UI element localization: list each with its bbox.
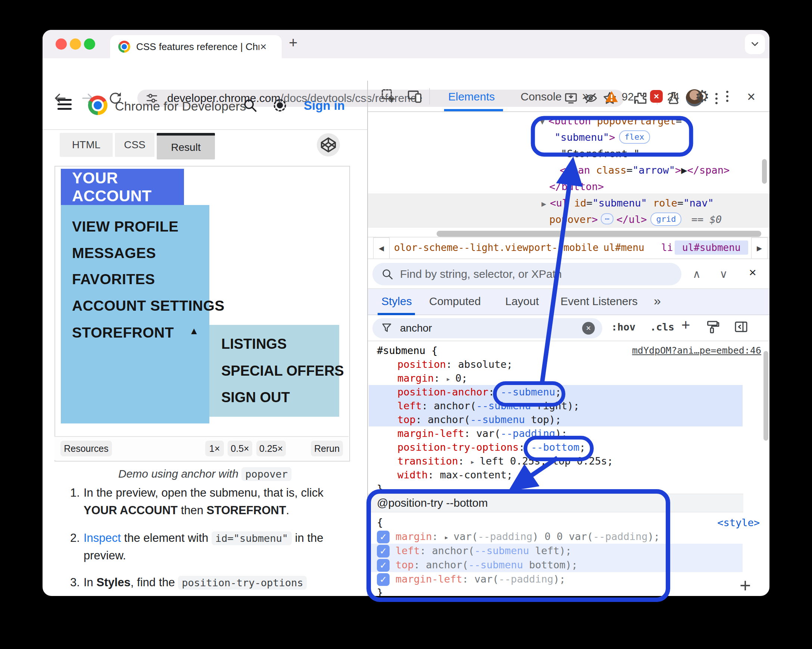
install-page-button[interactable]: [563, 91, 578, 106]
declaration-checkbox[interactable]: ✓: [377, 559, 389, 572]
token[interactable]: --bottom: [531, 441, 580, 453]
elements-tree-row[interactable]: "submenu">flex: [554, 129, 654, 145]
token[interactable]: --submenu: [501, 386, 555, 398]
devtools-close-button[interactable]: ×: [747, 89, 755, 105]
token[interactable]: Inspect: [84, 531, 121, 545]
breadcrumb-li[interactable]: li: [661, 242, 673, 253]
traffic-light-zoom[interactable]: [84, 38, 95, 50]
breadcrumb-scroll-right[interactable]: ▶: [751, 237, 768, 259]
tab-search-button[interactable]: [745, 34, 765, 54]
browser-menu-button[interactable]: [715, 93, 717, 104]
token[interactable]: --submenu: [476, 400, 531, 412]
elements-tree-row[interactable]: popover>⋯</ul>grid == $0: [549, 211, 722, 228]
token[interactable]: --padding: [478, 531, 532, 542]
traffic-light-close[interactable]: [56, 38, 67, 50]
resources-button[interactable]: Resources: [61, 441, 112, 456]
tab-computed[interactable]: Computed: [429, 295, 481, 308]
demo-tab-html[interactable]: HTML: [60, 133, 113, 157]
device-toolbar-button[interactable]: [407, 88, 423, 104]
docs-menu-button[interactable]: [58, 96, 72, 112]
devtools-left-border[interactable]: [367, 81, 368, 596]
demo-item-view-profile[interactable]: VIEW PROFILE: [72, 219, 179, 235]
sidebar-toggle-button[interactable]: [734, 320, 749, 335]
inspect-element-button[interactable]: [381, 88, 397, 104]
token[interactable]: --submenu: [474, 545, 529, 556]
scale-025x-button[interactable]: 0.25×: [256, 441, 286, 456]
css-declaration[interactable]: left: anchor(--submenu right);: [397, 399, 580, 413]
token[interactable]: --submenu: [470, 414, 525, 426]
token[interactable]: --padding: [593, 531, 647, 542]
filter-clear-button[interactable]: ×: [582, 322, 595, 335]
traffic-light-minimize[interactable]: [70, 38, 81, 50]
demo-tab-result[interactable]: Result: [157, 133, 215, 159]
css-declaration[interactable]: margin: ▸ 0;: [397, 371, 467, 386]
scale-1x-button[interactable]: 1×: [205, 441, 224, 456]
token[interactable]: ⋯: [601, 213, 614, 224]
token[interactable]: grid: [650, 213, 681, 226]
demo-item-sign-out[interactable]: SIGN OUT: [221, 389, 290, 406]
breadcrumb-scroll-left[interactable]: ◀: [373, 237, 389, 259]
rule-source-link[interactable]: mdYdpOM?ani…pe=embed:46: [632, 345, 761, 356]
declaration-checkbox[interactable]: ✓: [377, 531, 389, 543]
css-declaration[interactable]: transition: ▸ left 0.25s, top 0.25s;: [397, 454, 613, 469]
more-panels-button[interactable]: »: [654, 294, 661, 308]
breadcrumb-ul-menu[interactable]: ul#menu: [603, 242, 644, 253]
tab-layout[interactable]: Layout: [505, 295, 539, 308]
css-declaration[interactable]: margin-left: var(--padding);: [395, 572, 565, 586]
demo-tab-css[interactable]: CSS: [115, 133, 154, 157]
find-previous-button[interactable]: ∧: [693, 267, 701, 280]
css-declaration[interactable]: width: max-content;: [397, 468, 513, 482]
new-tab-button[interactable]: +: [289, 34, 298, 51]
devtools-settings-button[interactable]: ⚙: [695, 87, 710, 106]
tab-styles[interactable]: Styles: [382, 295, 412, 308]
demo-item-storefront[interactable]: STOREFRONT: [72, 324, 174, 341]
warning-count-badge[interactable]: [604, 90, 619, 105]
css-declaration[interactable]: top: anchor(--submenu top);: [397, 413, 561, 426]
styles-vertical-scrollbar[interactable]: [763, 351, 768, 441]
css-declaration[interactable]: position-anchor: --submenu;: [397, 385, 561, 399]
demo-item-favorites[interactable]: FAVORITES: [72, 271, 155, 288]
demo-item-messages[interactable]: MESSAGES: [72, 245, 156, 262]
breadcrumb-ul-submenu[interactable]: ul#submenu: [675, 240, 748, 255]
error-count-badge[interactable]: ×: [650, 90, 663, 103]
rerun-button[interactable]: Rerun: [311, 441, 343, 456]
elements-horizontal-scrollbar[interactable]: [437, 231, 761, 237]
token[interactable]: flex: [619, 130, 650, 144]
token[interactable]: --padding: [499, 573, 553, 585]
add-rule-button[interactable]: +: [740, 574, 751, 596]
demo-item-special-offers[interactable]: SPECIAL OFFERS: [221, 363, 344, 379]
more-tabs-button[interactable]: »: [582, 88, 589, 103]
elements-tree-row[interactable]: </button>: [549, 179, 604, 195]
toggle-class-button[interactable]: .cls: [650, 321, 674, 333]
elements-tree-row[interactable]: <span class="arrow">▶</span>: [560, 162, 730, 179]
tab-close-icon[interactable]: ×: [260, 40, 267, 53]
new-style-rule-button[interactable]: +: [681, 317, 690, 334]
elements-tree-row[interactable]: "Storefront ": [561, 145, 640, 162]
declaration-checkbox[interactable]: ✓: [377, 545, 389, 557]
rule-selector[interactable]: #submenu {: [377, 344, 438, 357]
css-declaration[interactable]: position: absolute;: [397, 357, 513, 371]
find-close-button[interactable]: ×: [749, 265, 756, 280]
sign-in-button[interactable]: Sign in: [304, 99, 345, 113]
toggle-hover-button[interactable]: :hov: [611, 321, 635, 333]
styles-filter-input[interactable]: [399, 322, 561, 335]
declaration-checkbox[interactable]: ✓: [377, 573, 389, 586]
token[interactable]: --padding: [501, 427, 555, 439]
css-declaration[interactable]: margin: ▸ var(--padding) 0 0 var(--paddi…: [395, 530, 660, 545]
css-declaration[interactable]: top: anchor(--submenu bottom);: [395, 558, 578, 572]
extensions-button[interactable]: [632, 90, 648, 106]
browser-tab[interactable]: CSS features reference | Chr ×: [110, 35, 282, 58]
scale-05x-button[interactable]: 0.5×: [227, 441, 252, 456]
docs-search-button[interactable]: [242, 97, 258, 113]
elements-tree-row[interactable]: ▼<button popovertarget=: [540, 113, 682, 130]
tab-event-listeners[interactable]: Event Listeners: [560, 295, 638, 308]
elements-tree-row[interactable]: ▶<ul id="submenu" role="nav": [542, 195, 714, 212]
css-declaration[interactable]: margin-left: var(--padding);: [397, 426, 567, 440]
codepen-button[interactable]: [317, 133, 340, 156]
css-declaration[interactable]: left: anchor(--submenu left);: [395, 544, 571, 557]
tab-console[interactable]: Console: [520, 90, 562, 103]
rendering-emulation-button[interactable]: [705, 320, 720, 335]
find-input[interactable]: [399, 267, 632, 281]
demo-item-listings[interactable]: LISTINGS: [221, 336, 287, 352]
find-next-button[interactable]: ∨: [719, 267, 728, 280]
